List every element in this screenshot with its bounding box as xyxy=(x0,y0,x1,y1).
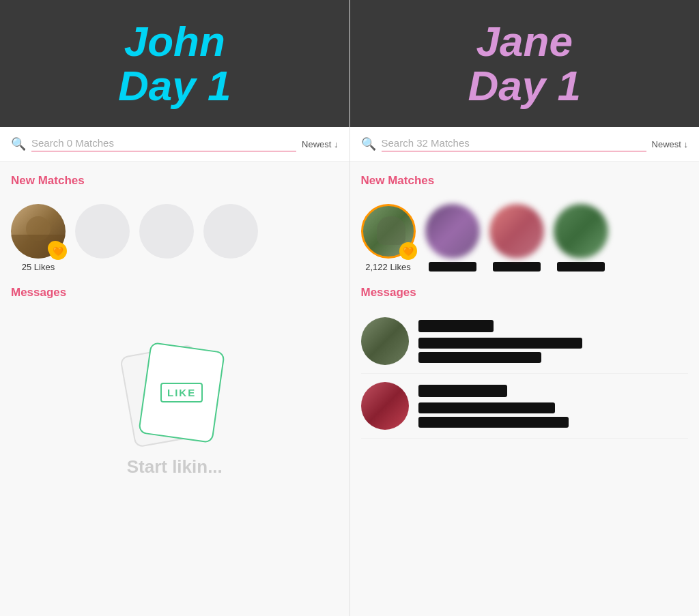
john-sort-button[interactable]: Newest ↓ xyxy=(302,139,338,149)
john-panel: John Day 1 🔍 Search 0 Matches Newest ↓ N… xyxy=(0,0,350,616)
jane-match-1[interactable] xyxy=(425,204,480,272)
jane-match-label-1 xyxy=(429,262,476,272)
jane-name: Jane xyxy=(476,18,573,65)
jane-header: Jane Day 1 xyxy=(350,0,700,127)
jane-msg-avatar-1 xyxy=(361,317,409,365)
john-messages-section: Messages xyxy=(0,279,350,316)
jane-match-label-3 xyxy=(557,262,605,272)
jane-search-input-area[interactable]: Search 32 Matches xyxy=(382,137,646,151)
john-placeholder-2 xyxy=(139,204,194,259)
jane-match-avatar-1 xyxy=(425,204,480,259)
jane-day: Day 1 xyxy=(468,62,581,109)
jane-messages-title: Messages xyxy=(361,286,689,299)
jane-likes-label: 2,122 Likes xyxy=(365,262,411,272)
jane-msg-text-1b xyxy=(418,352,541,363)
john-messages-title: Messages xyxy=(11,286,339,299)
john-name: John xyxy=(124,18,225,65)
john-placeholder-1 xyxy=(75,204,130,259)
john-placeholder-3 xyxy=(203,204,258,259)
john-empty-avatar-3 xyxy=(203,204,258,259)
jane-title: Jane Day 1 xyxy=(468,19,581,108)
jane-msg-name-2 xyxy=(418,385,507,397)
jane-match-avatar-3 xyxy=(554,204,608,259)
jane-match-label-2 xyxy=(493,262,541,272)
jane-msg-text-1a xyxy=(418,338,582,349)
john-likes-item[interactable]: 🧡 25 Likes xyxy=(11,204,66,272)
jane-message-2[interactable] xyxy=(361,374,689,439)
jane-msg-content-1 xyxy=(418,320,689,363)
john-likes-label: 25 Likes xyxy=(22,262,55,272)
john-start-hint: Start likin... xyxy=(116,456,233,478)
jane-likes-item[interactable]: 🧡 2,122 Likes xyxy=(361,204,416,272)
john-empty-avatar-1 xyxy=(75,204,130,259)
john-search-bar: 🔍 Search 0 Matches Newest ↓ xyxy=(0,127,350,162)
jane-new-matches-section: New Matches xyxy=(350,162,700,204)
john-matches-row: 🧡 25 Likes xyxy=(0,204,350,279)
jane-search-placeholder: Search 32 Matches xyxy=(382,137,470,149)
john-new-matches-title: New Matches xyxy=(11,174,339,188)
jane-sort-button[interactable]: Newest ↓ xyxy=(652,139,688,149)
john-empty-state: LIKE Start likin... xyxy=(0,316,350,484)
john-search-icon: 🔍 xyxy=(11,136,26,151)
card-front: LIKE xyxy=(138,342,225,443)
jane-msg-avatar-2 xyxy=(361,382,409,430)
jane-msg-name-1 xyxy=(418,320,494,332)
jane-likes-badge: 🧡 xyxy=(399,242,417,260)
jane-match-3[interactable] xyxy=(554,204,608,272)
jane-match-avatar-2 xyxy=(489,204,544,259)
john-day: Day 1 xyxy=(118,62,231,109)
like-stamp: LIKE xyxy=(160,383,203,402)
jane-match-2[interactable] xyxy=(489,204,544,272)
jane-matches-row: 🧡 2,122 Likes xyxy=(350,204,700,279)
jane-panel: Jane Day 1 🔍 Search 32 Matches Newest ↓ … xyxy=(350,0,700,616)
jane-msg-content-2 xyxy=(418,385,689,428)
jane-msg-text-2b xyxy=(418,417,569,428)
jane-search-icon: 🔍 xyxy=(361,136,376,151)
john-new-matches-section: New Matches xyxy=(0,162,350,204)
jane-new-matches-title: New Matches xyxy=(361,174,689,188)
john-header: John Day 1 xyxy=(0,0,350,127)
john-likes-badge: 🧡 xyxy=(49,242,67,260)
jane-search-bar: 🔍 Search 32 Matches Newest ↓ xyxy=(350,127,700,162)
john-search-input-area[interactable]: Search 0 Matches xyxy=(31,137,296,151)
jane-message-1[interactable] xyxy=(361,309,689,374)
john-title: John Day 1 xyxy=(118,19,231,108)
jane-msg-text-2a xyxy=(418,402,555,413)
jane-messages-section: Messages xyxy=(350,279,700,445)
john-search-placeholder: Search 0 Matches xyxy=(31,137,114,149)
john-empty-avatar-2 xyxy=(139,204,194,259)
john-like-cards-illustration: LIKE xyxy=(120,336,229,445)
